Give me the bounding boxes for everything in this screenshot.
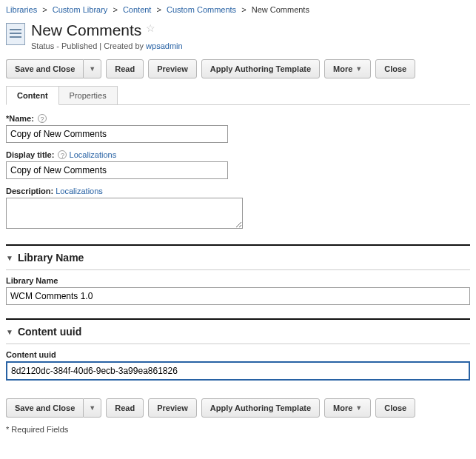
breadcrumb-content[interactable]: Content (123, 5, 152, 14)
section-title: Content uuid (18, 326, 81, 338)
divider (6, 318, 470, 320)
content-uuid-input[interactable] (6, 361, 470, 381)
display-title-input[interactable] (6, 161, 228, 179)
tabs: Content Properties (6, 86, 470, 105)
divider (6, 244, 470, 246)
close-button[interactable]: Close (375, 59, 415, 78)
content-uuid-label: Content uuid (6, 350, 470, 359)
read-button[interactable]: Read (106, 398, 144, 418)
field-name: *Name: ? (6, 114, 470, 143)
section-title: Library Name (18, 252, 84, 264)
page-header: New Comments ☆ Status - Published | Crea… (6, 21, 470, 50)
localizations-link[interactable]: Localizations (56, 187, 103, 195)
more-button[interactable]: More▼ (324, 59, 371, 78)
divider (6, 344, 470, 344)
apply-authoring-template-button[interactable]: Apply Authoring Template (201, 398, 320, 418)
library-name-input[interactable] (6, 287, 470, 305)
section-header-content-uuid[interactable]: ▼ Content uuid (6, 326, 470, 338)
close-button[interactable]: Close (375, 398, 415, 418)
divider (6, 269, 470, 270)
chevron-down-icon: ▼ (89, 404, 95, 412)
breadcrumb-sep: > (42, 5, 47, 14)
favorite-star-icon[interactable]: ☆ (146, 22, 155, 34)
preview-button[interactable]: Preview (148, 59, 197, 78)
more-button[interactable]: More▼ (324, 398, 371, 418)
chevron-down-icon: ▼ (355, 65, 362, 73)
description-label: Description: Localizations (6, 187, 470, 195)
toolbar-top: Save and Close ▼ Read Preview Apply Auth… (6, 59, 470, 78)
field-display-title: Display title: ? Localizations (6, 150, 470, 179)
tab-properties[interactable]: Properties (58, 86, 118, 104)
required-fields-note: * Required Fields (6, 425, 470, 434)
description-textarea[interactable] (6, 198, 243, 229)
chevron-down-icon: ▼ (355, 404, 362, 412)
status-text: Status - Published | Created by (31, 41, 146, 50)
read-button[interactable]: Read (106, 59, 144, 78)
section-header-library-name[interactable]: ▼ Library Name (6, 252, 470, 264)
apply-authoring-template-button[interactable]: Apply Authoring Template (201, 59, 320, 78)
field-description: Description: Localizations (6, 187, 470, 231)
save-and-close-button[interactable]: Save and Close (6, 398, 83, 418)
breadcrumb-libraries[interactable]: Libraries (6, 5, 37, 14)
document-icon (6, 23, 25, 45)
page-title: New Comments (31, 21, 141, 38)
help-icon[interactable]: ? (38, 114, 47, 123)
localizations-link[interactable]: Localizations (70, 150, 117, 159)
display-title-label: Display title: ? Localizations (6, 150, 470, 159)
save-and-close-dropdown[interactable]: ▼ (83, 398, 101, 418)
toolbar-bottom: Save and Close ▼ Read Preview Apply Auth… (6, 398, 470, 418)
preview-button[interactable]: Preview (148, 398, 197, 418)
breadcrumb: Libraries > Custom Library > Content > C… (6, 4, 470, 21)
breadcrumb-sep: > (156, 5, 161, 14)
breadcrumb-custom-library[interactable]: Custom Library (53, 5, 108, 14)
tab-content[interactable]: Content (6, 86, 59, 105)
disclosure-triangle-icon: ▼ (6, 254, 13, 262)
save-and-close-dropdown[interactable]: ▼ (83, 59, 101, 78)
library-name-label: Library Name (6, 276, 470, 285)
field-library-name: Library Name (6, 276, 470, 305)
chevron-down-icon: ▼ (89, 65, 95, 73)
save-and-close-button[interactable]: Save and Close (6, 59, 83, 78)
breadcrumb-custom-comments[interactable]: Custom Comments (167, 5, 236, 14)
status-line: Status - Published | Created by wpsadmin (31, 41, 183, 50)
name-input[interactable] (6, 125, 228, 143)
breadcrumb-current: New Comments (252, 5, 309, 14)
disclosure-triangle-icon: ▼ (6, 328, 13, 336)
breadcrumb-sep: > (113, 5, 117, 14)
breadcrumb-sep: > (241, 5, 246, 14)
field-content-uuid: Content uuid (6, 350, 470, 381)
name-label: *Name: ? (6, 114, 470, 123)
created-by-link[interactable]: wpsadmin (146, 41, 183, 50)
help-icon[interactable]: ? (58, 150, 67, 159)
